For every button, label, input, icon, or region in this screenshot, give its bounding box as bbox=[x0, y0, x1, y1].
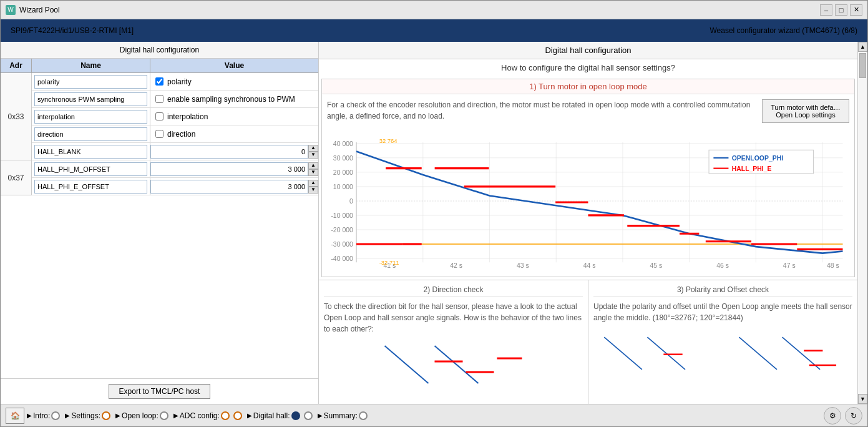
chart-svg: 40 000 30 000 20 000 10 000 0 -10 000 -2… bbox=[327, 130, 849, 274]
name-input-interpolation[interactable] bbox=[34, 110, 147, 124]
name-input-direction[interactable] bbox=[34, 127, 147, 141]
svg-text:44 s: 44 s bbox=[583, 262, 596, 269]
value-cell-hall-blank: ▲ ▼ bbox=[150, 145, 318, 159]
table-row: interpolation bbox=[32, 108, 318, 125]
number-input-hall-phi-m[interactable] bbox=[150, 162, 308, 176]
svg-text:0: 0 bbox=[349, 198, 353, 205]
name-cell-hall-phi-m bbox=[32, 160, 150, 177]
title-bar: W Wizard Pool – □ ✕ bbox=[1, 1, 867, 19]
nav-arrow-settings: ▶ bbox=[65, 412, 70, 419]
svg-text:32 764: 32 764 bbox=[379, 137, 397, 144]
name-input-hall-phi-e[interactable] bbox=[34, 180, 147, 194]
name-input-pwm[interactable] bbox=[34, 92, 147, 106]
step3-description: Update the polarity and offset until the… bbox=[593, 301, 852, 323]
checkbox-pwm[interactable] bbox=[155, 95, 163, 103]
spin-up-hall-blank[interactable]: ▲ bbox=[308, 145, 318, 152]
checkbox-label-direction: direction bbox=[167, 130, 195, 139]
checkbox-polarity[interactable] bbox=[155, 77, 163, 86]
export-button[interactable]: Export to TMCL/PC host bbox=[109, 384, 211, 399]
table-section-0x33: 0x33 polarity bbox=[1, 73, 318, 160]
scroll-track[interactable] bbox=[858, 52, 867, 394]
svg-text:30 000: 30 000 bbox=[333, 155, 353, 162]
bottom-sections: 2) Direction check To check the directio… bbox=[319, 280, 857, 404]
nav-arrow-digitalhall: ▶ bbox=[247, 412, 252, 419]
svg-line-61 bbox=[647, 337, 685, 370]
number-input-hall-blank[interactable] bbox=[150, 145, 308, 159]
step1-title: 1) Turn motor in open loop mode bbox=[322, 79, 854, 94]
nav-dot-intro[interactable] bbox=[51, 411, 60, 420]
maximize-button[interactable]: □ bbox=[835, 4, 847, 16]
svg-line-56 bbox=[435, 346, 479, 383]
table-row: ▲ ▼ bbox=[32, 143, 318, 160]
nav-dot-digitalhall-filled[interactable] bbox=[291, 411, 300, 420]
name-input-hall-phi-m[interactable] bbox=[34, 162, 147, 176]
value-cell-interpolation: interpolation bbox=[150, 111, 318, 122]
name-input-polarity[interactable] bbox=[34, 75, 147, 89]
svg-text:47 s: 47 s bbox=[783, 262, 796, 269]
right-panel: Digital hall configuration How to config… bbox=[319, 42, 857, 404]
checkbox-label-polarity: polarity bbox=[167, 77, 192, 86]
table-row: ▲ ▼ bbox=[32, 178, 318, 195]
table-body: 0x33 polarity bbox=[1, 73, 318, 378]
svg-line-60 bbox=[604, 337, 642, 370]
svg-text:-10 000: -10 000 bbox=[331, 212, 353, 219]
nav-dot-summary[interactable] bbox=[359, 411, 368, 420]
svg-text:-20 000: -20 000 bbox=[331, 227, 353, 233]
name-cell-hall-blank bbox=[32, 143, 150, 160]
step1-content: For a check of the encoder resolution an… bbox=[322, 94, 854, 128]
step2-title: 2) Direction check bbox=[324, 285, 583, 297]
wizard-title: Weasel configurator wizard (TMC4671) (6/… bbox=[710, 26, 857, 35]
minimize-button[interactable]: – bbox=[820, 4, 832, 16]
value-cell-hall-phi-m: ▲ ▼ bbox=[150, 162, 318, 176]
status-right-icons: ⚙ ↻ bbox=[824, 407, 862, 425]
nav-label-digitalhall: Digital hall: bbox=[253, 411, 290, 420]
number-input-hall-phi-e[interactable] bbox=[150, 180, 308, 194]
step1-section: 1) Turn motor in open loop mode For a ch… bbox=[321, 79, 855, 277]
nav-label-intro: Intro: bbox=[33, 411, 50, 420]
svg-text:45 s: 45 s bbox=[650, 262, 662, 269]
name-cell-hall-phi-e bbox=[32, 178, 150, 195]
nav-label-settings: Settings: bbox=[71, 411, 100, 420]
spin-up-hall-phi-m[interactable]: ▲ bbox=[308, 162, 318, 169]
open-loop-button[interactable]: Turn motor with defa… Open Loop settings bbox=[762, 99, 849, 123]
checkbox-interpolation[interactable] bbox=[155, 112, 163, 120]
nav-dot-openloop[interactable] bbox=[160, 411, 168, 420]
value-cell-pwm: enable sampling synchronous to PWM bbox=[150, 94, 318, 105]
spin-down-hall-phi-m[interactable]: ▼ bbox=[308, 169, 318, 176]
mini-chart-2 bbox=[324, 340, 583, 390]
spin-down-hall-phi-e[interactable]: ▼ bbox=[308, 187, 318, 194]
app-header: SPI9/FT4222H/id1/USB-2-RTMI [M1] Weasel … bbox=[1, 19, 867, 42]
nav-label-adc: ADC config: bbox=[180, 411, 220, 420]
refresh-icon-btn[interactable]: ↻ bbox=[845, 407, 862, 425]
close-button[interactable]: ✕ bbox=[850, 4, 862, 16]
svg-text:46 s: 46 s bbox=[716, 262, 729, 269]
nav-dot-digitalhall-outline[interactable] bbox=[304, 411, 313, 420]
scroll-thumb[interactable] bbox=[859, 53, 866, 78]
left-panel-title: Digital hall configuration bbox=[1, 42, 318, 59]
spinner-hall-blank: ▲ ▼ bbox=[308, 145, 318, 159]
col-name: Name bbox=[32, 59, 150, 72]
nav-dot-adc2[interactable] bbox=[233, 411, 242, 420]
step2-section: 2) Direction check To check the directio… bbox=[319, 280, 588, 404]
checkbox-label-pwm: enable sampling synchronous to PWM bbox=[167, 95, 295, 104]
table-row: polarity bbox=[32, 73, 318, 91]
app-icon: W bbox=[6, 5, 16, 15]
nav-dot-settings[interactable] bbox=[102, 411, 110, 420]
home-button[interactable]: 🏠 bbox=[6, 408, 24, 424]
mini-chart-svg-3 bbox=[593, 328, 852, 378]
svg-text:20 000: 20 000 bbox=[333, 169, 353, 176]
connection-info: SPI9/FT4222H/id1/USB-2-RTMI [M1] bbox=[11, 26, 134, 35]
step1-description: For a check of the encoder resolution an… bbox=[327, 99, 757, 123]
scroll-down-button[interactable]: ▼ bbox=[858, 394, 867, 404]
checkbox-direction[interactable] bbox=[155, 130, 163, 138]
spin-down-hall-blank[interactable]: ▼ bbox=[308, 152, 318, 159]
svg-text:48 s: 48 s bbox=[827, 262, 839, 269]
scroll-up-button[interactable]: ▲ bbox=[858, 42, 867, 52]
rows-0x37: ▲ ▼ bbox=[32, 160, 318, 195]
main-content: Digital hall configuration Adr Name Valu… bbox=[1, 42, 867, 404]
spin-up-hall-phi-e[interactable]: ▲ bbox=[308, 180, 318, 187]
name-input-hall-blank[interactable] bbox=[34, 145, 147, 159]
nav-dot-adc[interactable] bbox=[221, 411, 230, 420]
col-adr: Adr bbox=[1, 59, 32, 72]
settings-icon-btn[interactable]: ⚙ bbox=[824, 407, 841, 425]
